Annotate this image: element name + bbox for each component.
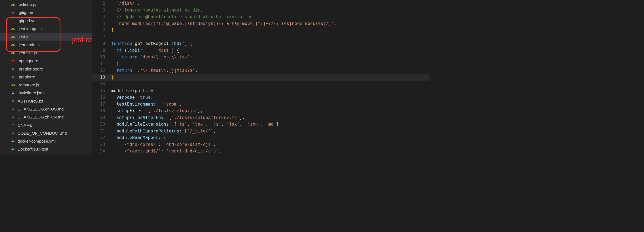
- code-content: '/^react-dnd-html5-backend$/': 'react-dn…: [111, 155, 429, 155]
- code-line[interactable]: 5 'node_modules/(?!.*@(babel|ant-design)…: [92, 20, 429, 27]
- code-line[interactable]: 22 moduleNameMapper: {: [92, 134, 429, 141]
- code-content: [111, 34, 429, 41]
- file-name-label: .npmignore: [18, 58, 38, 63]
- code-line[interactable]: 23 '/^dnd-core$/': 'dnd-core/dist/cjs',: [92, 141, 429, 148]
- file-row--npmignore[interactable]: npm.npmignore: [0, 57, 92, 65]
- line-number: 13: [92, 74, 111, 81]
- file-name-label: CHANGELOG.en-US.md: [18, 107, 64, 111]
- file-row--eslintrc-js[interactable]: JS.eslintrc.js: [0, 1, 92, 9]
- code-line[interactable]: 25 '/^react-dnd-html5-backend$/': 'react…: [92, 155, 429, 155]
- code-content: if (libDir === 'dist') {: [111, 47, 429, 54]
- line-number: 8: [92, 40, 111, 47]
- code-line[interactable]: 3 // Ignore modules without es dir.: [92, 7, 429, 14]
- file-row-Dockerfile-ui-test[interactable]: 🐳Dockerfile.ui-test: [0, 145, 92, 153]
- code-content: '/dist/',: [111, 0, 429, 7]
- code-line[interactable]: 6];: [92, 27, 429, 34]
- code-line[interactable]: 18 setupFiles: ['./tests/setup.js'],: [92, 107, 429, 114]
- file-row-docker-compose-yml[interactable]: 🐳docker-compose.yml: [0, 137, 92, 145]
- file-row--gitignore[interactable]: ◆.gitignore: [0, 9, 92, 16]
- file-row--prettierrc[interactable]: ≡.prettierrc: [0, 73, 92, 81]
- code-line[interactable]: 11 }: [92, 61, 429, 67]
- file-row--stylelintrc-json[interactable]: ✪.stylelintrc.json: [0, 89, 92, 97]
- code-line[interactable]: 13}: [92, 74, 429, 81]
- file-name-label: .jest.image.js: [18, 26, 42, 31]
- file-row--jest-js[interactable]: JS.jest.js: [0, 33, 92, 41]
- js-file-icon: JS: [10, 42, 15, 47]
- line-number: 6: [92, 27, 111, 34]
- line-number: 2: [92, 0, 111, 7]
- file-row-CHANGELOG-zh-CN-md[interactable]: ⬇CHANGELOG.zh-CN.md: [0, 113, 92, 121]
- line-number: 17: [92, 101, 111, 108]
- code-line[interactable]: 12 return '.*\\.test\\.(j|t)sx?$';: [92, 67, 429, 74]
- code-line[interactable]: 7: [92, 34, 429, 41]
- file-explorer-sidebar[interactable]: jest config JS.eslintrc.js◆.gitignore!.g…: [0, 0, 92, 155]
- code-content: }: [111, 61, 429, 67]
- file-row--remarkrc-js[interactable]: JS.remarkrc.js: [0, 81, 92, 89]
- line-number: 11: [92, 61, 111, 67]
- line-number: 21: [92, 128, 111, 135]
- code-content: // Update: @babel/runtime should also be…: [111, 13, 429, 20]
- line-number: 12: [92, 67, 111, 74]
- code-line[interactable]: 17 testEnvironment: 'jsdom',: [92, 101, 429, 108]
- file-row--prettierignore[interactable]: ≡.prettierignore: [0, 65, 92, 73]
- code-content: return 'demo\\.test\\.js$';: [111, 54, 429, 61]
- git-file-icon: ◆: [10, 10, 15, 15]
- file-row-AUTHORS-txt[interactable]: ≡AUTHORS.txt: [0, 97, 92, 105]
- md-file-icon: ⬇: [10, 131, 15, 135]
- js-file-icon: JS: [10, 2, 15, 7]
- code-line[interactable]: 20 moduleFileExtensions: ['ts', 'tsx', '…: [92, 121, 429, 128]
- npm-file-icon: npm: [10, 58, 15, 63]
- code-editor[interactable]: 2 '/dist/',3 // Ignore modules without e…: [92, 0, 429, 155]
- line-number: 4: [92, 13, 111, 20]
- code-line[interactable]: 4 // Update: @babel/runtime should also …: [92, 13, 429, 20]
- file-row--jest-image-js[interactable]: JS.jest.image.js: [0, 25, 92, 33]
- docker-file-icon: 🐳: [10, 139, 15, 144]
- code-content: setupFiles: ['./tests/setup.js'],: [111, 107, 429, 114]
- code-content: verbose: true,: [111, 94, 429, 101]
- code-content: testEnvironment: 'jsdom',: [111, 101, 429, 108]
- code-line[interactable]: 8function getTestRegex(libDir) {: [92, 40, 429, 47]
- code-line[interactable]: 2 '/dist/',: [92, 0, 429, 7]
- code-content: moduleNameMapper: {: [111, 134, 429, 141]
- code-line[interactable]: 10 return 'demo\\.test\\.js$';: [92, 54, 429, 61]
- code-line[interactable]: 16 verbose: true,: [92, 94, 429, 101]
- code-line[interactable]: 19 setupFilesAfterEnv: ['./tests/setupAf…: [92, 114, 429, 121]
- file-name-label: .jest.js: [18, 34, 29, 39]
- code-content: [111, 81, 429, 87]
- line-number: 3: [92, 7, 111, 14]
- code-line[interactable]: 14: [92, 81, 429, 87]
- file-name-label: .prettierrc: [18, 75, 35, 79]
- file-row-CHANGELOG-en-US-md[interactable]: ⬇CHANGELOG.en-US.md: [0, 105, 92, 113]
- file-row-CODE-OF-CONDUCT-md[interactable]: ⬇CODE_OF_CONDUCT.md: [0, 129, 92, 137]
- code-content: ];: [111, 27, 429, 34]
- line-number: 7: [92, 34, 111, 41]
- code-content: modulePathIgnorePatterns: ['/_site/'],: [111, 128, 429, 135]
- file-row--jest-site-js[interactable]: JS.jest.site.js: [0, 49, 92, 57]
- js-file-icon: JS: [10, 26, 15, 31]
- file-name-label: .eslintrc.js: [18, 2, 36, 7]
- file-row-index-style-only-js[interactable]: JSindex-style-only.js: [0, 153, 92, 155]
- file-name-label: .jest.node.js: [18, 43, 40, 47]
- js-file-icon: JS: [10, 83, 15, 87]
- code-line[interactable]: 24 '/^react-dnd$/': 'react-dnd/dist/cjs'…: [92, 148, 429, 155]
- line-number: 20: [92, 121, 111, 128]
- file-row--gitpod-yml[interactable]: !.gitpod.yml: [0, 17, 92, 25]
- code-line[interactable]: 15module.exports = {: [92, 87, 429, 94]
- file-row-CNAME[interactable]: ≡CNAME: [0, 121, 92, 129]
- code-content: 'node_modules/(?!.*@(babel|ant-design))(…: [111, 20, 429, 27]
- file-name-label: AUTHORS.txt: [18, 99, 43, 103]
- code-line[interactable]: 21 modulePathIgnorePatterns: ['/_site/']…: [92, 128, 429, 135]
- file-name-label: .remarkrc.js: [18, 83, 39, 87]
- json-file-icon: ✪: [10, 90, 15, 95]
- file-name-label: .jest.site.js: [18, 50, 37, 55]
- docker-file-icon: 🐳: [10, 147, 15, 152]
- code-content: '/^dnd-core$/': 'dnd-core/dist/cjs',: [111, 141, 429, 148]
- code-content: '/^react-dnd$/': 'react-dnd/dist/cjs',: [111, 148, 429, 155]
- js-file-icon: JS: [10, 50, 15, 55]
- line-number: 19: [92, 114, 111, 121]
- file-row--jest-node-js[interactable]: JS.jest.node.js: [0, 41, 92, 49]
- yml-file-icon: !: [10, 18, 15, 23]
- code-line[interactable]: 9 if (libDir === 'dist') {: [92, 47, 429, 54]
- line-number: 24: [92, 148, 111, 155]
- line-number: 25: [92, 155, 111, 155]
